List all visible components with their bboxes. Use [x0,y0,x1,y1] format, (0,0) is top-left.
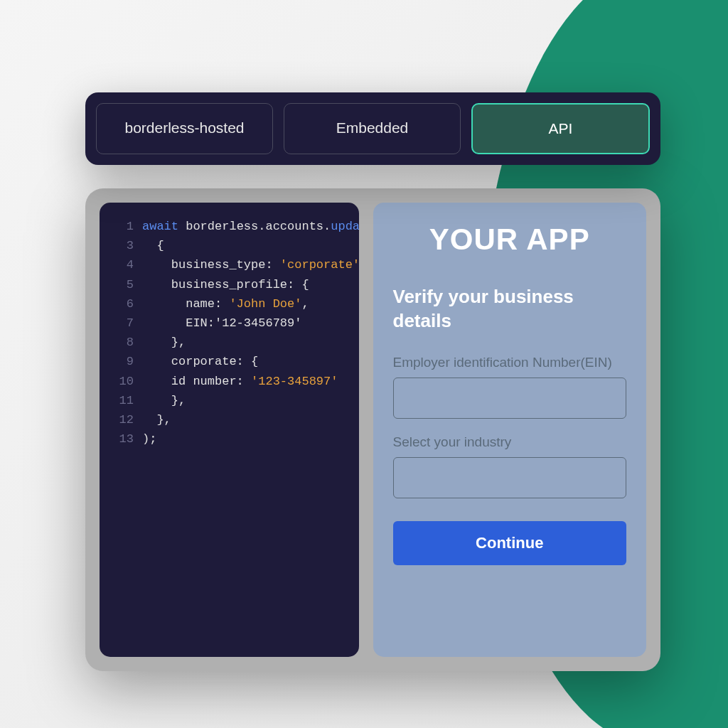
form-heading: Verify your business details [393,285,627,333]
line-number: 4 [112,255,134,274]
line-number: 1 [112,217,134,236]
code-content: }, [142,333,186,352]
tab-embedded[interactable]: Embedded [284,103,461,154]
code-line: 10 id number: '123-345897' [112,372,346,391]
code-content: EIN:'12-3456789' [142,314,301,333]
code-line: 13); [112,429,346,449]
app-title: YOUR APP [393,223,627,257]
line-number: 3 [112,236,134,255]
code-line: 5 business_profile: { [112,275,346,294]
line-number: 11 [112,391,134,410]
code-content: corporate: { [142,352,258,371]
code-line: 3 { [112,236,346,255]
code-line: 4 business_type: 'corporate' [112,255,346,274]
code-content: ); [142,429,156,449]
code-content: business_profile: { [142,275,309,294]
line-number: 5 [112,275,134,294]
code-content: }, [142,410,171,429]
tab-api[interactable]: API [471,103,650,154]
continue-button[interactable]: Continue [393,521,627,565]
line-number: 12 [112,410,134,429]
code-line: 9 corporate: { [112,352,346,371]
tab-borderless-hosted[interactable]: borderless-hosted [96,103,273,154]
code-line: 1await borderless.accounts.update( [112,217,346,236]
code-content: { [142,236,164,255]
line-number: 6 [112,294,134,314]
code-panel: 1await borderless.accounts.update(3 {4 b… [100,203,359,657]
industry-input[interactable] [393,457,627,498]
code-content: }, [142,391,186,410]
tab-bar: borderless-hosted Embedded API [85,92,660,165]
ein-label: Employer identification Number(EIN) [393,355,627,370]
line-number: 8 [112,333,134,352]
code-line: 12 }, [112,410,346,429]
line-number: 10 [112,372,134,391]
code-line: 11 }, [112,391,346,410]
code-line: 8 }, [112,333,346,352]
line-number: 7 [112,314,134,333]
code-content: name: 'John Doe', [142,294,309,314]
line-number: 9 [112,352,134,371]
code-content: business_type: 'corporate' [142,255,359,274]
line-number: 13 [112,429,134,449]
code-content: id number: '123-345897' [142,372,338,391]
main-card: 1await borderless.accounts.update(3 {4 b… [85,188,660,671]
industry-label: Select your industry [393,434,627,450]
code-line: 6 name: 'John Doe', [112,294,346,314]
form-panel: YOUR APP Verify your business details Em… [373,203,647,657]
code-line: 7 EIN:'12-3456789' [112,314,346,333]
ein-input[interactable] [393,378,627,419]
code-content: await borderless.accounts.update( [142,217,359,236]
